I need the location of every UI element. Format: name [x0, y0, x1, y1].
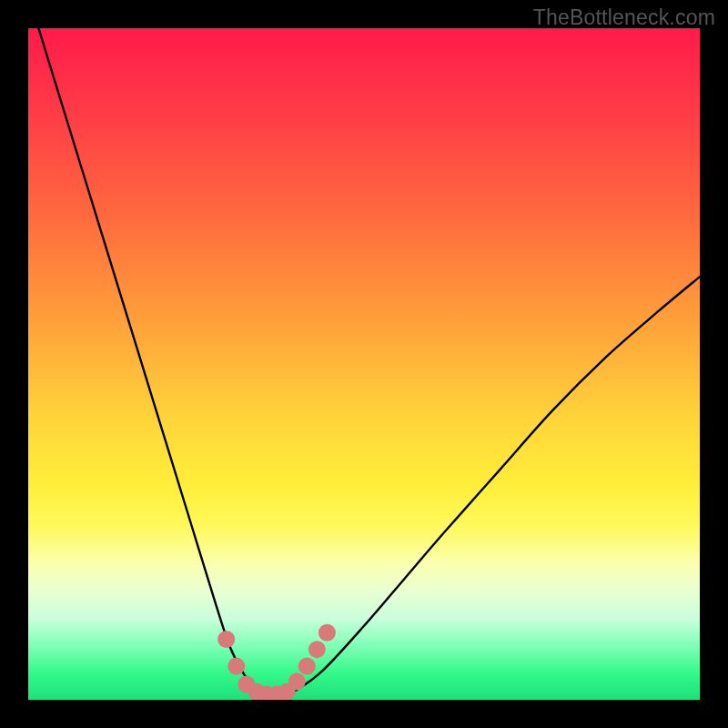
highlight-dot [298, 658, 316, 675]
highlight-dot [217, 631, 235, 648]
highlight-dot [228, 658, 245, 675]
bottleneck-curve [28, 28, 700, 695]
plot-area [28, 28, 700, 700]
watermark-label: TheBottleneck.com [533, 5, 715, 30]
chart-frame: TheBottleneck.com [0, 0, 728, 728]
bottleneck-curve-svg [28, 28, 700, 700]
highlight-dots [217, 624, 336, 700]
highlight-dot [308, 641, 326, 658]
highlight-dot [288, 673, 306, 691]
highlight-dot [318, 624, 336, 642]
